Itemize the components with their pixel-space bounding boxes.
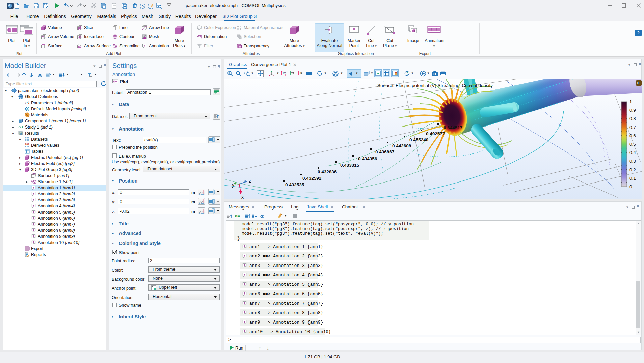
svg-text:a=: a= [235, 213, 240, 218]
svg-text:0.644517: 0.644517 [444, 125, 462, 130]
svg-text:1: 1 [629, 99, 632, 104]
svg-text:0.4: 0.4 [629, 150, 636, 155]
svg-text:0.432535: 0.432535 [285, 182, 304, 187]
svg-text:0: 0 [629, 184, 632, 189]
svg-text:0.8: 0.8 [629, 116, 636, 121]
svg-text:0.433315: 0.433315 [340, 163, 359, 168]
svg-text:0.5: 0.5 [629, 142, 636, 147]
svg-text:0.432836: 0.432836 [318, 169, 337, 174]
svg-text:0.3: 0.3 [629, 159, 636, 164]
svg-text:0.492577: 0.492577 [426, 131, 445, 136]
svg-text:0.436867: 0.436867 [375, 149, 394, 155]
svg-text:0.9: 0.9 [629, 108, 636, 113]
svg-text:xy: xy [283, 71, 286, 74]
svg-text:8.85: 8.85 [25, 143, 29, 145]
svg-text:0.6: 0.6 [629, 133, 636, 138]
svg-text:z: z [249, 178, 251, 184]
svg-text:x: x [241, 194, 244, 199]
svg-text:P: P [25, 101, 28, 105]
svg-text:y: y [232, 182, 234, 188]
svg-text:e-12: e-12 [25, 145, 29, 148]
svg-text:0.455240: 0.455240 [409, 137, 428, 142]
svg-text:0.7: 0.7 [629, 125, 636, 130]
svg-text:xz: xz [300, 71, 302, 74]
svg-text:yz: yz [291, 71, 294, 74]
svg-text:0.1: 0.1 [629, 176, 636, 181]
svg-text:0.2: 0.2 [629, 167, 636, 172]
svg-text:0.432592: 0.432592 [302, 176, 321, 181]
svg-text:0.442608: 0.442608 [392, 143, 411, 148]
svg-text:0.434356: 0.434356 [358, 156, 377, 161]
svg-text:Surface: Electric potential (V: Surface: Electric potential (V) Streamli… [377, 83, 493, 88]
